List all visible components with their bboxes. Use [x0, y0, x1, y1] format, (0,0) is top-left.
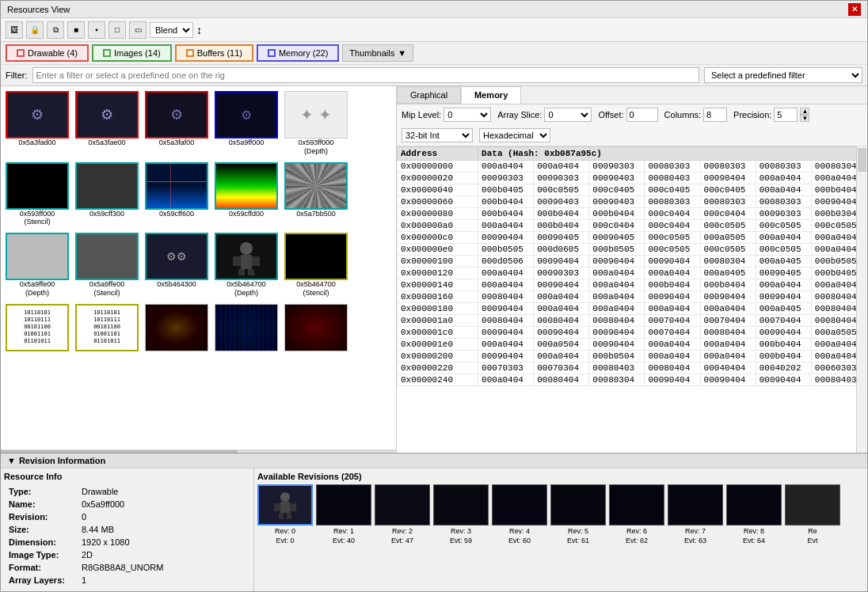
tab-images[interactable]: Images (14) [92, 44, 172, 62]
data-cell: 000a0404 [534, 291, 589, 303]
address-cell: 0x00000180 [398, 303, 478, 315]
memory-controls: Mip Level: 0 Array Slice: 0 Offset: C [397, 104, 867, 146]
list-item[interactable] [143, 302, 210, 353]
precision-label: Precision: [733, 110, 771, 120]
thumb-label: 0x59cff600 [159, 210, 194, 218]
close-button[interactable]: ✕ [848, 3, 861, 16]
data-cell: 000d0506 [478, 256, 534, 268]
tab-memory[interactable]: Memory (22) [257, 44, 339, 62]
list-item[interactable] [283, 302, 349, 353]
toolbar-btn-view3[interactable]: □ [108, 21, 126, 39]
revision-thumb[interactable]: Rev: 3 Evt: 59 [433, 484, 489, 545]
columns-input[interactable] [703, 108, 727, 122]
address-cell: 0x000000e0 [398, 244, 478, 256]
toolbar-btn-1[interactable]: 🖼 [6, 21, 23, 39]
list-item[interactable]: 0x5a9ffe00(Stencil) [74, 231, 140, 299]
precision-group: Precision: ▲ ▼ [733, 108, 809, 122]
address-cell: 0x00000080 [398, 208, 478, 220]
main-toolbar: 🖼 🔒 ⧉ ■ ▪ □ ▭ Blend ↕ [1, 18, 867, 42]
data-cell: 00090404 [645, 291, 700, 303]
format-group: Hexadecimal [479, 128, 550, 142]
address-cell: 0x00000220 [398, 362, 478, 374]
list-item[interactable]: ⚙ 0x5a9ff000 [213, 89, 280, 157]
data-cell: 000b0404 [534, 220, 589, 232]
data-cell: 00070303 [478, 362, 534, 374]
collapse-icon: ▼ [7, 456, 16, 465]
revision-thumb[interactable]: Rev: 8 Evt: 64 [726, 484, 782, 545]
resource-field-label: Array Layers: [6, 575, 77, 586]
revision-thumb[interactable]: Rev: 5 Evt: 61 [550, 484, 606, 545]
list-item[interactable]: 0x5a7bb500 [283, 161, 349, 229]
data-cell: 000c0505 [645, 244, 700, 256]
revision-thumb[interactable]: Rev: 4 Evt: 60 [492, 484, 547, 545]
tab-memory-label: Memory (22) [279, 48, 328, 58]
format-select[interactable]: Hexadecimal [479, 128, 550, 142]
toolbar-btn-settings[interactable]: ▭ [129, 21, 147, 39]
data-cell: 000a0405 [756, 303, 811, 315]
list-item[interactable]: 1011010110110111001011000100110101101011 [74, 302, 140, 353]
precision-input[interactable] [774, 108, 798, 122]
predefined-filter-select[interactable]: Select a predefined filter [704, 67, 862, 83]
precision-up-button[interactable]: ▲ [800, 108, 809, 115]
list-item[interactable]: 0x5b464700(Depth) [213, 231, 280, 299]
type-select[interactable]: 32-bit Int [402, 128, 473, 142]
list-item[interactable]: 0x59cff600 [143, 161, 210, 229]
revision-label: Rev: 1 Evt: 40 [333, 527, 355, 545]
toolbar-btn-view1[interactable]: ■ [67, 21, 85, 39]
data-cell: 00080304 [589, 374, 645, 386]
list-item[interactable]: ⚙⚙ 0x5b464300 [143, 231, 210, 299]
filter-input[interactable] [32, 67, 700, 83]
precision-down-button[interactable]: ▼ [800, 115, 809, 122]
data-cell: 000a0404 [756, 173, 811, 184]
revision-thumb[interactable]: Re Evt [785, 484, 840, 545]
thumb-label: 0x59cffd00 [229, 210, 264, 218]
list-item[interactable]: 0x5b464700(Stencil) [283, 231, 349, 299]
revision-thumb[interactable]: Rev: 0 Evt: 0 [257, 484, 313, 545]
data-cell: 00080303 [700, 161, 756, 173]
revision-thumb[interactable]: Rev: 1 Evt: 40 [316, 484, 371, 545]
revision-thumb[interactable]: Rev: 2 Evt: 47 [375, 484, 430, 545]
data-cell: 000a0404 [645, 351, 700, 362]
toolbar-btn-view2[interactable]: ▪ [88, 21, 105, 39]
data-cell: 00090404 [756, 291, 811, 303]
data-cell: 000b0505 [589, 244, 645, 256]
resource-info-row: Revision:0 [6, 511, 249, 522]
list-item[interactable]: 0x5a9ffe00(Depth) [4, 231, 70, 299]
revision-header[interactable]: ▼ Revision Information [1, 453, 867, 469]
tab-memory-view[interactable]: Memory [461, 86, 521, 104]
svg-rect-10 [279, 513, 284, 519]
data-cell: 00090303 [589, 161, 645, 173]
toolbar-btn-lock[interactable]: 🔒 [26, 21, 44, 39]
revision-thumb[interactable]: Rev: 6 Evt: 62 [609, 484, 664, 545]
list-item[interactable]: ✦ ✦ 0x593ff000(Depth) [283, 89, 349, 157]
revision-thumb[interactable]: Rev: 7 Evt: 63 [668, 484, 723, 545]
list-item[interactable]: ⚙ 0x5a3fad00 [4, 89, 70, 157]
data-cell: 000a0404 [534, 161, 589, 173]
mip-level-select[interactable]: 0 [444, 108, 491, 122]
tab-thumbnails-dropdown[interactable]: Thumbnails ▼ [342, 44, 413, 62]
data-cell: 00090404 [700, 374, 756, 386]
tab-drawable[interactable]: Drawable (4) [6, 44, 89, 62]
list-item[interactable]: 0x59cff300 [74, 161, 140, 229]
list-item[interactable]: ⚙ 0x5a3faf00 [143, 89, 210, 157]
toolbar-btn-layers[interactable]: ⧉ [47, 21, 64, 39]
revision-label: Rev: 7 Evt: 63 [684, 527, 706, 545]
address-cell: 0x00000120 [398, 268, 478, 279]
data-cell: 00090404 [645, 374, 700, 386]
toolbar-arrow[interactable]: ↕ [196, 24, 202, 36]
tab-buffers[interactable]: Buffers (11) [175, 44, 253, 62]
address-cell: 0x000001c0 [398, 327, 478, 339]
list-item[interactable]: 1011010110110111001011000100110101101011 [4, 302, 70, 353]
resource-field-value: R8G8B8A8_UNORM [78, 562, 249, 573]
address-cell: 0x00000140 [398, 279, 478, 291]
list-item[interactable]: 0x59cffd00 [213, 161, 280, 229]
tab-graphical[interactable]: Graphical [397, 86, 461, 104]
list-item[interactable] [213, 302, 280, 353]
list-item[interactable]: ⚙ 0x5a3fae00 [74, 89, 140, 157]
array-slice-select[interactable]: 0 [544, 108, 592, 122]
list-item[interactable]: 0x593ff000(Stencil) [4, 161, 70, 229]
blend-select[interactable]: Blend [150, 22, 193, 38]
offset-input[interactable] [626, 108, 658, 122]
resource-info-row: Image Type:2D [6, 549, 249, 560]
data-cell: 000c0505 [756, 244, 811, 256]
